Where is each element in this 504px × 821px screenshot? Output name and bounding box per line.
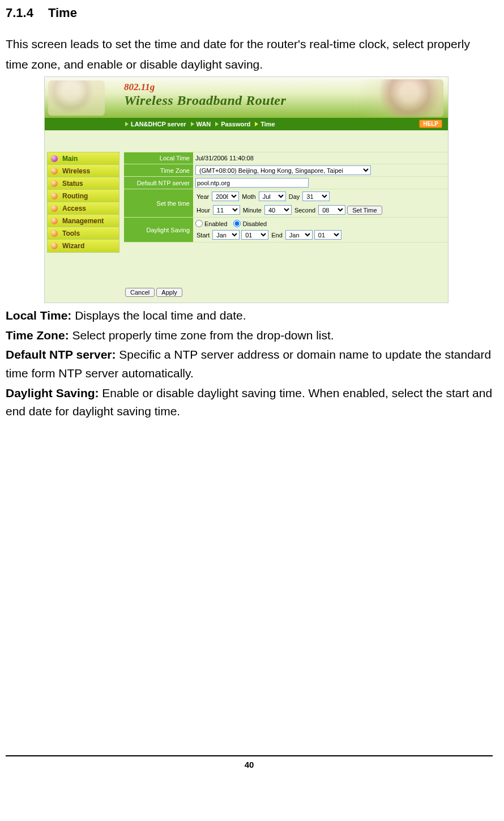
select-start-day[interactable]: 01 — [241, 230, 268, 240]
label-hour: Hour — [197, 207, 210, 214]
footer-buttons: Cancel Apply — [45, 283, 448, 303]
bullet-icon — [51, 218, 58, 224]
label-day: Day — [289, 193, 300, 200]
nav-item-wan[interactable]: WAN — [191, 121, 211, 127]
radio-enabled[interactable] — [195, 220, 203, 227]
banner-photo-right — [358, 79, 443, 117]
nav-item-time[interactable]: Time — [255, 121, 275, 127]
banner-text-2: Wireless Broadband Router — [124, 93, 286, 108]
sidebar: Main Wireless Status Routing Access Mana… — [45, 130, 124, 283]
select-second[interactable]: 08 — [318, 205, 345, 215]
label-set-time: Set the time — [124, 189, 193, 217]
select-end-day[interactable]: 01 — [314, 230, 341, 240]
select-day[interactable]: 31 — [302, 192, 330, 201]
cancel-button[interactable]: Cancel — [125, 288, 155, 297]
label-minute: Minute — [243, 207, 262, 214]
sidebar-item-main[interactable]: Main — [48, 152, 119, 165]
label-time-zone: Time Zone — [124, 164, 193, 176]
nav-arrow-icon — [255, 122, 258, 126]
select-minute[interactable]: 40 — [264, 205, 292, 215]
row-ntp: Default NTP server — [124, 177, 448, 189]
bullet-icon — [51, 168, 58, 175]
content-spacer — [124, 243, 448, 278]
banner-photo-left — [48, 80, 105, 116]
banner-text-1: 802.11g — [124, 82, 286, 93]
desc-daylight-label: Daylight Saving: — [6, 386, 99, 399]
label-start: Start — [197, 232, 210, 239]
label-year: Year — [197, 193, 209, 200]
section-heading: 7.1.4Time — [6, 6, 493, 20]
section-title: Time — [48, 6, 77, 20]
set-time-button[interactable]: Set Time — [347, 206, 382, 215]
sidebar-item-routing[interactable]: Routing — [48, 190, 119, 202]
content-panel: Local Time Jul/31/2006 11:40:08 Time Zon… — [124, 130, 448, 283]
radio-enabled-label: Enabled — [204, 220, 227, 227]
sidebar-item-wireless[interactable]: Wireless — [48, 165, 119, 177]
sidebar-item-tools[interactable]: Tools — [48, 227, 119, 240]
input-ntp-server[interactable] — [195, 178, 309, 188]
row-set-time: Set the time Year 2006 Moth Jul Day 31 H… — [124, 189, 448, 218]
sidebar-menu: Main Wireless Status Routing Access Mana… — [47, 152, 119, 253]
row-daylight-saving: Daylight Saving Enabled Disabled — [124, 218, 448, 243]
nav-arrow-icon — [191, 122, 194, 126]
radio-enabled-wrap[interactable]: Enabled — [195, 220, 227, 227]
sidebar-item-management[interactable]: Management — [48, 215, 119, 227]
sidebar-item-status[interactable]: Status — [48, 177, 119, 190]
intro-paragraph: This screen leads to set the time and da… — [6, 34, 493, 74]
label-month: Moth — [242, 193, 255, 200]
row-time-zone: Time Zone (GMT+08:00) Beijing, Hong Kong… — [124, 164, 448, 177]
desc-time-zone-label: Time Zone: — [6, 329, 69, 342]
label-local-time: Local Time — [124, 152, 193, 164]
bullet-icon — [51, 243, 58, 249]
desc-time-zone: Select properly time zone from the drop-… — [69, 329, 334, 342]
nav-item-lan[interactable]: LAN&DHCP server — [125, 121, 186, 127]
select-year[interactable]: 2006 — [212, 192, 239, 201]
sidebar-item-access[interactable]: Access — [48, 202, 119, 215]
bullet-icon — [51, 180, 58, 187]
bullet-icon — [51, 155, 58, 162]
desc-ntp-label: Default NTP server: — [6, 348, 116, 361]
label-ntp: Default NTP server — [124, 177, 193, 189]
banner-header: 802.11g Wireless Broadband Router — [45, 77, 448, 118]
desc-local-time-label: Local Time: — [6, 309, 71, 322]
select-time-zone[interactable]: (GMT+08:00) Beijing, Hong Kong, Singapor… — [195, 165, 371, 175]
radio-disabled-wrap[interactable]: Disabled — [233, 220, 267, 227]
select-start-month[interactable]: Jan — [212, 230, 240, 240]
field-descriptions: Local Time: Displays the local time and … — [6, 307, 493, 420]
apply-button[interactable]: Apply — [156, 288, 182, 297]
router-admin-screenshot: 802.11g Wireless Broadband Router LAN&DH… — [44, 76, 449, 303]
bullet-icon — [51, 193, 58, 199]
desc-local-time: Displays the local time and date. — [71, 309, 246, 322]
label-daylight: Daylight Saving — [124, 218, 193, 242]
value-local-time: Jul/31/2006 11:40:08 — [193, 154, 448, 163]
top-nav-bar: LAN&DHCP server WAN Password Time HELP — [45, 118, 448, 130]
help-button[interactable]: HELP — [419, 120, 442, 128]
select-month[interactable]: Jul — [259, 192, 286, 201]
bullet-icon — [51, 205, 58, 212]
label-second: Second — [294, 207, 315, 214]
label-end: End — [271, 232, 283, 239]
nav-item-password[interactable]: Password — [215, 121, 250, 127]
bullet-icon — [51, 230, 58, 237]
select-end-month[interactable]: Jan — [285, 230, 313, 240]
banner-logo: 802.11g Wireless Broadband Router — [124, 82, 286, 108]
row-local-time: Local Time Jul/31/2006 11:40:08 — [124, 152, 448, 164]
radio-disabled-label: Disabled — [242, 220, 267, 227]
radio-disabled[interactable] — [233, 220, 241, 227]
nav-arrow-icon — [215, 122, 219, 126]
nav-arrow-icon — [125, 122, 129, 126]
section-number: 7.1.4 — [6, 6, 33, 20]
select-hour[interactable]: 11 — [213, 205, 240, 215]
sidebar-item-wizard[interactable]: Wizard — [48, 240, 119, 252]
page-number: 40 — [6, 755, 493, 769]
